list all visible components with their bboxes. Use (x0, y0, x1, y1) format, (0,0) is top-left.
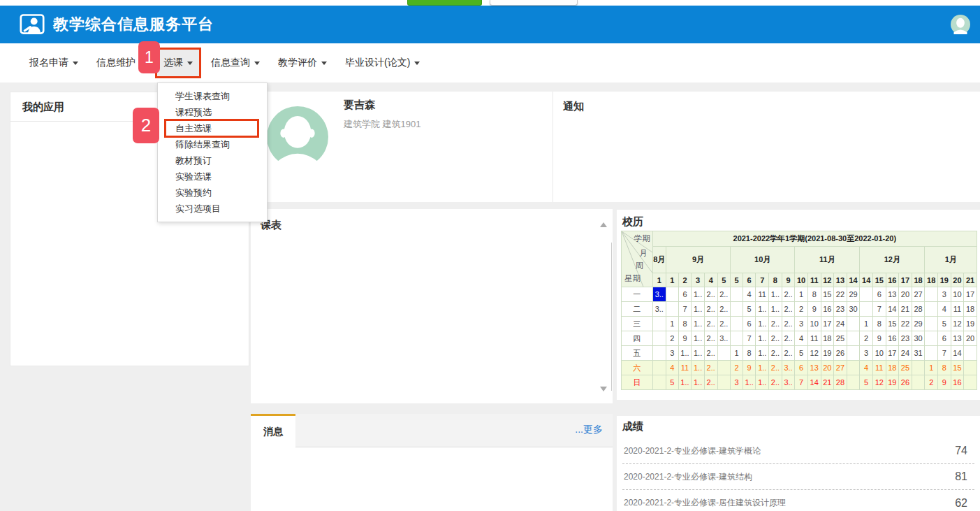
calendar-week-number: 13 (834, 273, 847, 287)
calendar-date-cell: 2 (795, 302, 808, 317)
calendar-date-cell: 3 (938, 287, 951, 302)
calendar-date-cell (847, 346, 860, 361)
profile-panel: 要吉森 建筑学院 建筑1901 通知 (251, 92, 980, 202)
grades-title: 成绩 (622, 420, 643, 433)
dropdown-item[interactable]: 教材预订 (158, 152, 267, 168)
step-1-badge: 1 (138, 41, 160, 73)
top-cutoff-strip (0, 0, 980, 6)
calendar-date-cell: 1.. (678, 346, 692, 361)
calendar-date-cell: 3 (731, 375, 743, 390)
calendar-week-number: 15 (872, 273, 886, 287)
calendar-date-cell: 1 (731, 346, 743, 361)
platform-logo-icon (20, 12, 45, 37)
nav-item-xuanke[interactable]: 选课 (155, 48, 201, 78)
calendar-date-cell (925, 317, 938, 331)
calendar-date-cell: 1.. (756, 346, 769, 361)
confirm-button-partial[interactable] (407, 0, 482, 6)
calendar-month-header: 9月 (666, 247, 730, 273)
more-link[interactable]: ...更多 (575, 424, 603, 436)
corner-label: 月 (639, 248, 648, 259)
student-name: 要吉森 (344, 99, 375, 112)
school-calendar-panel: 校历 学期月周星期2021-2022学年1学期(2021-08-30至2022-… (617, 210, 980, 400)
dropdown-item[interactable]: 学生课表查询 (158, 88, 267, 104)
caret-down-icon (414, 62, 420, 68)
calendar-month-header: 11月 (795, 247, 860, 273)
dropdown-item[interactable]: 实习选项目 (158, 201, 267, 217)
calendar-date-cell: 11 (756, 287, 769, 302)
calendar-day-label: 三 (622, 317, 653, 331)
calendar-date-cell: 1.. (692, 302, 705, 317)
calendar-week-number: 1 (666, 273, 678, 287)
dropdown-item[interactable]: 实验选课 (158, 168, 267, 185)
calendar-date-cell: 2.. (704, 331, 717, 346)
calendar-date-cell: 25 (899, 361, 912, 375)
calendar-date-cell (964, 361, 977, 375)
calendar-date-cell: 8 (872, 317, 886, 331)
calendar-week-number: 2 (678, 273, 692, 287)
calendar-date-cell: 6 (938, 331, 951, 346)
calendar-date-cell: 12 (872, 375, 886, 390)
scrollbar-track[interactable] (611, 243, 612, 391)
calendar-week-number: 19 (938, 273, 951, 287)
calendar-week-number: 3 (692, 273, 705, 287)
calendar-date-cell: 6 (743, 317, 756, 331)
calendar-date-cell: 2.. (704, 346, 717, 361)
calendar-date-cell: 3.. (652, 287, 666, 302)
calendar-date-cell: 13 (951, 331, 964, 346)
calendar-date-cell: 8 (938, 361, 951, 375)
user-avatar-icon[interactable] (951, 15, 970, 34)
calendar-date-cell: 1.. (692, 331, 705, 346)
calendar-date-cell (731, 331, 743, 346)
grade-row: 2020-2021-2-专业必修课-建筑结构81 (622, 464, 974, 490)
calendar-date-cell: 2.. (717, 302, 731, 317)
caret-down-icon (254, 62, 260, 68)
nav-item-biye-sheji[interactable]: 毕业设计(论文) (345, 57, 420, 69)
dropdown-item[interactable]: 筛除结果查询 (158, 136, 267, 152)
calendar-date-cell (717, 375, 731, 390)
dropdown-item[interactable]: 课程预选 (158, 104, 267, 120)
calendar-date-cell (847, 375, 860, 390)
calendar-date-cell: 2.. (782, 317, 795, 331)
calendar-date-cell: 3.. (782, 361, 795, 375)
calendar-date-cell: 1.. (756, 317, 769, 331)
calendar-date-cell: 10 (807, 317, 821, 331)
caret-down-icon (73, 62, 78, 68)
calendar-date-cell: 16 (886, 331, 899, 346)
calendar-date-cell: 4 (743, 287, 756, 302)
calendar-table-wrap: 学期月周星期2021-2022学年1学期(2021-08-30至2022-01-… (621, 231, 977, 396)
calendar-day-label: 六 (622, 361, 653, 375)
calendar-date-cell: 7 (872, 302, 886, 317)
calendar-date-cell: 2.. (717, 317, 731, 331)
caret-down-icon (321, 62, 327, 68)
calendar-date-cell: 8 (807, 287, 821, 302)
tab-messages[interactable]: 消息 (251, 414, 295, 447)
calendar-day-label: 二 (622, 302, 653, 317)
school-calendar-table: 学期月周星期2021-2022学年1学期(2021-08-30至2022-01-… (621, 231, 977, 390)
calendar-date-cell (847, 331, 860, 346)
calendar-date-cell: 20 (964, 331, 977, 346)
calendar-date-cell: 3 (860, 346, 873, 361)
calendar-date-cell: 13 (807, 361, 821, 375)
calendar-date-cell: 5 (860, 375, 873, 390)
vertical-divider (553, 92, 553, 202)
cancel-button-partial[interactable] (490, 0, 578, 6)
calendar-date-cell (860, 302, 873, 317)
scroll-up-icon[interactable] (600, 219, 607, 227)
calendar-date-cell: 22 (834, 287, 847, 302)
calendar-date-cell: 1.. (678, 375, 692, 390)
calendar-date-cell: 1 (666, 317, 678, 331)
grade-course-name: 2020-2021-2-专业必修课-居住建筑设计原理 (624, 497, 786, 509)
dropdown-item[interactable]: 实验预约 (158, 185, 267, 201)
nav-item-jiaoxue-pingjia[interactable]: 教学评价 (278, 57, 327, 69)
calendar-date-cell: 15 (951, 361, 964, 375)
grade-course-name: 2020-2021-2-专业必修课-建筑结构 (624, 471, 752, 483)
nav-item-xinxi-chaxun[interactable]: 信息查询 (211, 57, 260, 69)
calendar-date-cell: 17 (964, 287, 977, 302)
calendar-date-cell: 12 (951, 317, 964, 331)
nav-item-baoming-shenqing[interactable]: 报名申请 (29, 57, 78, 69)
dropdown-item[interactable]: 自主选课 (158, 120, 267, 136)
calendar-date-cell: 5 (938, 317, 951, 331)
calendar-month-header: 8月 (652, 247, 666, 273)
scroll-down-icon[interactable] (600, 387, 607, 395)
calendar-week-number: 1 (652, 273, 666, 287)
